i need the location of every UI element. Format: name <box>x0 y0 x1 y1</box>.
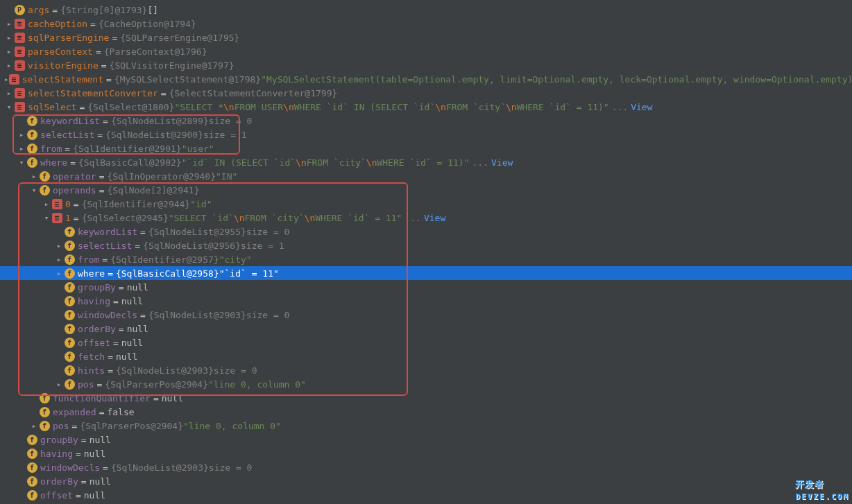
expand-arrow-icon[interactable] <box>54 380 64 389</box>
tree-row[interactable]: fwhere = {SqlBasicCall@2902} "`id` IN (S… <box>0 155 852 169</box>
variable-name: 0 <box>65 199 71 209</box>
equals-sign: = <box>113 338 119 348</box>
tree-row[interactable]: fpos = {SqlParserPos@2904} "line 0, colu… <box>0 377 852 391</box>
tree-row[interactable]: forderBy = null <box>0 474 852 488</box>
expand-arrow-icon[interactable] <box>4 47 14 56</box>
variable-name: orderBy <box>40 476 78 487</box>
tree-row[interactable]: fselectList = {SqlNodeList@2900} size = … <box>0 128 852 141</box>
expand-arrow-icon[interactable] <box>42 200 51 209</box>
expand-arrow-icon[interactable] <box>29 186 39 195</box>
tree-row[interactable]: ffrom = {SqlIdentifier@2901} "user" <box>0 141 852 155</box>
field-icon: f <box>64 323 75 334</box>
value-literal: false <box>107 407 134 417</box>
expand-arrow-icon[interactable] <box>54 255 64 264</box>
expand-arrow-icon[interactable] <box>54 241 64 250</box>
equals-sign: = <box>74 213 79 223</box>
element-icon: ≡ <box>14 60 25 71</box>
variable-name: where <box>78 268 105 279</box>
value-string: "IN" <box>216 171 237 182</box>
field-icon: f <box>26 462 37 473</box>
variable-name: selectList <box>78 241 132 251</box>
tree-row[interactable]: ≡visitorEngine = {SQLVisitorEngine@1797} <box>0 58 852 72</box>
equals-sign: = <box>140 227 146 237</box>
size-label: size = 1 <box>203 130 247 140</box>
tree-row[interactable]: fpos = {SqlParserPos@2904} "line 0, colu… <box>0 419 852 433</box>
equals-sign: = <box>99 407 105 417</box>
expand-arrow-icon[interactable] <box>4 89 14 98</box>
expand-arrow-icon[interactable] <box>4 19 14 28</box>
expand-arrow-icon[interactable] <box>4 33 14 42</box>
expand-arrow-icon[interactable] <box>4 61 14 70</box>
variable-name: operands <box>53 185 96 195</box>
tree-row[interactable]: ≡selectStatementConverter = {SelectState… <box>0 86 852 100</box>
type-label: {SqlIdentifier@2944} <box>82 199 191 209</box>
tree-row[interactable]: foperator = {SqlInOperator@2940} "IN" <box>0 169 852 183</box>
field-icon: f <box>26 476 37 487</box>
expand-arrow-icon[interactable] <box>17 158 26 167</box>
tree-row[interactable]: foffset = null <box>0 488 852 502</box>
tree-row[interactable]: ≡parseContext = {ParseContext@1796} <box>0 44 852 58</box>
equals-sign: = <box>113 296 119 306</box>
variable-name: args <box>28 5 49 15</box>
expand-arrow-icon[interactable] <box>54 269 64 278</box>
expand-arrow-icon[interactable] <box>29 422 39 431</box>
field-icon: f <box>39 420 50 431</box>
type-label: {SqlInOperator@2940} <box>107 171 216 182</box>
tree-row[interactable]: fgroupBy = null <box>0 433 852 446</box>
expand-arrow-icon[interactable] <box>17 144 26 153</box>
tree-row[interactable]: ffrom = {SqlIdentifier@2957} "city" <box>0 252 852 266</box>
tree-row[interactable]: foffset = null <box>0 336 852 349</box>
view-link[interactable]: View <box>424 213 445 223</box>
size-label: size = 0 <box>209 462 253 473</box>
tree-row[interactable]: fhints = {SqlNodeList@2903} size = 0 <box>0 363 852 377</box>
value-literal: null <box>121 296 143 306</box>
expand-arrow-icon[interactable] <box>42 214 51 223</box>
tree-row[interactable]: fwhere = {SqlBasicCall@2958} "`id` = 11" <box>0 266 852 280</box>
tree-row[interactable]: fhaving = null <box>0 294 852 308</box>
element-icon: ≡ <box>14 87 25 98</box>
variable-name: hints <box>78 365 105 376</box>
expand-arrow-icon[interactable] <box>29 172 39 181</box>
equals-sign: = <box>101 60 107 71</box>
tree-row[interactable]: fkeywordList = {SqlNodeList@2955} size =… <box>0 225 852 238</box>
equals-sign: = <box>81 435 87 445</box>
equals-sign: = <box>106 74 112 85</box>
variable-name: sqlSelect <box>28 102 76 112</box>
field-icon: f <box>39 184 50 195</box>
type-label: {SqlBasicCall@2958} <box>116 268 219 279</box>
tree-row[interactable]: ≡cacheOption = {CacheOption@1794} <box>0 17 852 31</box>
equals-sign: = <box>119 324 124 334</box>
tree-row[interactable]: fwindowDecls = {SqlNodeList@2903} size =… <box>0 460 852 474</box>
type-label: {MySQLSelectStatement@1798} <box>114 74 261 85</box>
tree-row[interactable]: fselectList = {SqlNodeList@2956} size = … <box>0 238 852 252</box>
value-literal: null <box>127 282 148 293</box>
tree-row[interactable]: ≡selectStatement = {MySQLSelectStatement… <box>0 72 852 86</box>
equals-sign: = <box>90 19 96 29</box>
view-link[interactable]: View <box>491 157 513 168</box>
size-label: size = 0 <box>246 310 290 320</box>
tree-row[interactable]: fexpanded = false <box>0 405 852 419</box>
tree-row[interactable]: ≡1 = {SqlSelect@2945} "SELECT `id`\nFROM… <box>0 211 852 225</box>
tree-row[interactable]: ≡sqlParserEngine = {SQLParserEngine@1795… <box>0 31 852 44</box>
equals-sign: = <box>161 88 167 98</box>
tree-row[interactable]: fhaving = null <box>0 446 852 460</box>
value-string: "line 0, column 0" <box>208 379 306 390</box>
expand-arrow-icon[interactable] <box>17 130 26 139</box>
variable-name: selectStatementConverter <box>28 88 158 98</box>
tree-row[interactable]: ≡0 = {SqlIdentifier@2944} "id" <box>0 197 852 211</box>
element-icon: ≡ <box>9 73 19 85</box>
expand-arrow-icon[interactable] <box>4 75 9 84</box>
tree-row[interactable]: fwindowDecls = {SqlNodeList@2903} size =… <box>0 308 852 322</box>
field-icon: f <box>64 254 75 265</box>
tree-row[interactable]: forderBy = null <box>0 322 852 336</box>
tree-row[interactable]: ffunctionQuantifier = null <box>0 391 852 405</box>
tree-row[interactable]: ≡sqlSelect = {SqlSelect@1800} "SELECT *\… <box>0 100 852 114</box>
tree-row[interactable]: ffetch = null <box>0 349 852 363</box>
tree-row[interactable]: foperands = {SqlNode[2]@2941} <box>0 183 852 197</box>
tree-row[interactable]: fkeywordList = {SqlNodeList@2899} size =… <box>0 114 852 128</box>
equals-sign: = <box>96 46 101 57</box>
tree-row[interactable]: fgroupBy = null <box>0 280 852 294</box>
tree-row[interactable]: Pargs = {String[0]@1793} [] <box>0 3 852 17</box>
view-link[interactable]: View <box>631 102 652 112</box>
expand-arrow-icon[interactable] <box>4 103 14 112</box>
